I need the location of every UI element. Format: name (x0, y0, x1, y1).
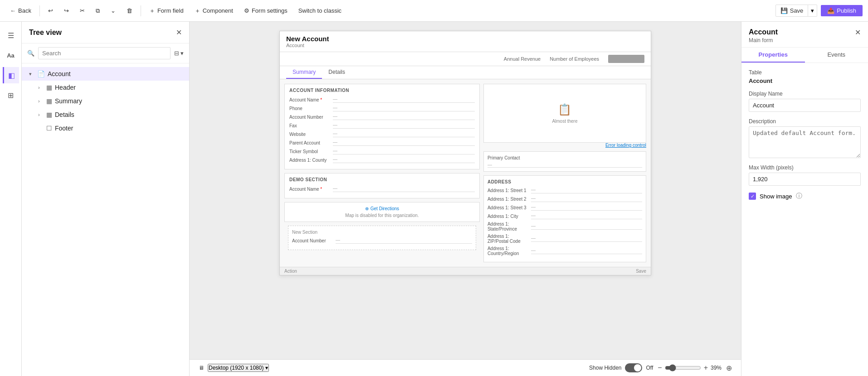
canvas-area: New Account Account Annual Revenue Numbe… (190, 22, 741, 376)
switch-classic-button[interactable]: Switch to classic (294, 5, 346, 16)
search-input[interactable] (38, 47, 171, 59)
field-label-ticker-symbol: Ticker Symbol (289, 149, 330, 154)
field-value-ticker-symbol: — (333, 148, 475, 154)
grid-icon-header: ▦ (46, 84, 52, 91)
copy-icon: ⧉ (96, 7, 100, 14)
zoom-in-button[interactable]: + (704, 364, 708, 372)
switch-classic-label: Switch to classic (298, 7, 341, 14)
field-value-zip: — (531, 236, 642, 242)
tree-item-account[interactable]: ▾ 📄 Account (22, 67, 189, 81)
chevron-right-icon-header: › (38, 85, 44, 90)
zoom-slider[interactable] (665, 364, 701, 371)
error-loading-link[interactable]: Error loading control (483, 143, 646, 148)
toolbar: ← Back ↩ ↪ ✂ ⧉ ⌄ 🗑 ＋ Form field ＋ Compon… (0, 0, 868, 22)
tree-item-header[interactable]: › ▦ Header (22, 81, 189, 94)
canvas-bottom-right: Show Hidden Off − + 39% ⊕ (589, 363, 732, 372)
filter-button[interactable]: ⊟ ▾ (174, 50, 184, 57)
save-action-label: Save (636, 269, 646, 274)
zoom-out-button[interactable]: − (658, 364, 662, 372)
account-info-section: ACCOUNT INFORMATION Account Name — Phone… (284, 84, 480, 169)
zoom-controls: − + 39% (658, 364, 722, 372)
publish-icon: 📤 (827, 7, 834, 14)
publish-button[interactable]: 📤 Publish (821, 5, 863, 16)
right-tab-events[interactable]: Events (805, 48, 868, 63)
description-field-group: Description Updated default Account form… (749, 118, 861, 158)
info-icon[interactable]: ⓘ (796, 192, 802, 200)
display-name-input[interactable] (749, 99, 861, 112)
field-label-zip: Address 1: ZIP/Postal Code (488, 234, 528, 244)
right-tab-properties[interactable]: Properties (741, 48, 805, 63)
main-layout: ☰ Aa ◧ ⊞ Tree view ✕ 🔍 ⊟ ▾ ▾ (0, 22, 868, 376)
tree-item-summary[interactable]: › ▦ Summary (22, 94, 189, 108)
fullscreen-button[interactable]: ⊕ (726, 364, 732, 372)
desktop-label: Desktop (1920 x 1080) (209, 365, 263, 371)
separator-1 (39, 5, 40, 16)
field-row-ticker-symbol: Ticker Symbol — (289, 148, 475, 154)
form-tabs: Summary Details (280, 66, 651, 79)
form-tab-details[interactable]: Details (322, 66, 351, 79)
demo-section-title: Demo Section (289, 177, 475, 182)
get-directions-label[interactable]: Get Directions (371, 206, 399, 211)
text-icon-btn[interactable]: Aa (3, 47, 19, 63)
tree-item-footer[interactable]: ☐ Footer (22, 121, 189, 135)
field-value-street2: — (531, 196, 642, 202)
field-label-phone: Phone (289, 106, 330, 111)
max-width-input[interactable] (749, 173, 861, 186)
save-button[interactable]: 💾 Save (775, 5, 809, 17)
apps-icon-btn[interactable]: ⊞ (3, 87, 19, 103)
field-row-fax: Fax — (289, 122, 475, 129)
tree-item-header-label: Header (55, 84, 76, 91)
form-tab-summary[interactable]: Summary (286, 66, 322, 79)
delete-button[interactable]: 🗑 (122, 5, 137, 16)
tree-item-details[interactable]: › ▦ Details (22, 108, 189, 121)
filter-chevron-icon: ▾ (180, 50, 184, 57)
field-row-website: Website — (289, 131, 475, 137)
field-label-demo-account-name: Account Name (289, 187, 330, 192)
form-field-button[interactable]: ＋ Form field (145, 5, 188, 17)
desktop-selector[interactable]: Desktop (1920 x 1080) ▾ (208, 364, 269, 372)
form-preview: New Account Account Annual Revenue Numbe… (279, 31, 651, 275)
copy-button[interactable]: ⧉ (91, 5, 104, 17)
right-panel-title: Account (749, 28, 778, 36)
save-dropdown-button[interactable]: ▾ (808, 5, 817, 17)
toggle-thumb (634, 364, 641, 371)
show-image-checkbox[interactable]: ✓ (749, 193, 756, 200)
tree-item-footer-label: Footer (55, 125, 73, 132)
filter-icon: ⊟ (174, 50, 179, 57)
field-value-fax: — (333, 122, 475, 129)
history-button[interactable]: ⌄ (106, 5, 120, 16)
field-label-street3: Address 1: Street 3 (488, 205, 528, 210)
header-placeholder-box (608, 55, 644, 63)
undo-icon: ↩ (48, 7, 53, 14)
undo-button[interactable]: ↩ (44, 5, 58, 16)
field-row-account-number: Account Number — (289, 114, 475, 120)
get-directions-icon: ⊕ (365, 206, 369, 211)
right-panel-close-button[interactable]: ✕ (855, 28, 861, 37)
layers-icon-btn[interactable]: ◧ (3, 67, 19, 83)
description-textarea[interactable]: Updated default Account form. (749, 126, 861, 158)
right-panel: Account Main form ✕ Properties Events Ta… (741, 22, 868, 376)
back-button[interactable]: ← Back (5, 5, 36, 16)
field-row-street3: Address 1: Street 3 — (488, 204, 642, 211)
sidebar-close-button[interactable]: ✕ (176, 28, 182, 37)
map-disabled-text: Map is disabled for this organization. (288, 213, 476, 218)
form-subtitle: Account (286, 43, 644, 48)
form-settings-button[interactable]: ⚙ Form settings (239, 5, 292, 16)
field-label-address-county: Address 1: County (289, 158, 330, 163)
timeline-icon: 📋 (558, 103, 571, 116)
redo-button[interactable]: ↪ (59, 5, 73, 16)
form-header-fields: Annual Revenue Number of Employees (280, 52, 651, 66)
field-row-city: Address 1: City — (488, 213, 642, 219)
annual-revenue-label: Annual Revenue (504, 56, 541, 62)
cut-button[interactable]: ✂ (75, 5, 89, 16)
field-value-new-account-number: — (336, 237, 472, 244)
show-image-row: ✓ Show image ⓘ (749, 192, 861, 200)
menu-icon-btn[interactable]: ☰ (3, 27, 19, 43)
component-button[interactable]: ＋ Component (190, 5, 238, 17)
toggle-track[interactable] (625, 363, 642, 372)
publish-label: Publish (837, 7, 856, 14)
right-panel-body: Table Account Display Name Description U… (741, 63, 868, 207)
show-image-label: Show image (760, 193, 792, 200)
table-value: Account (749, 77, 861, 84)
back-icon: ← (10, 7, 16, 14)
